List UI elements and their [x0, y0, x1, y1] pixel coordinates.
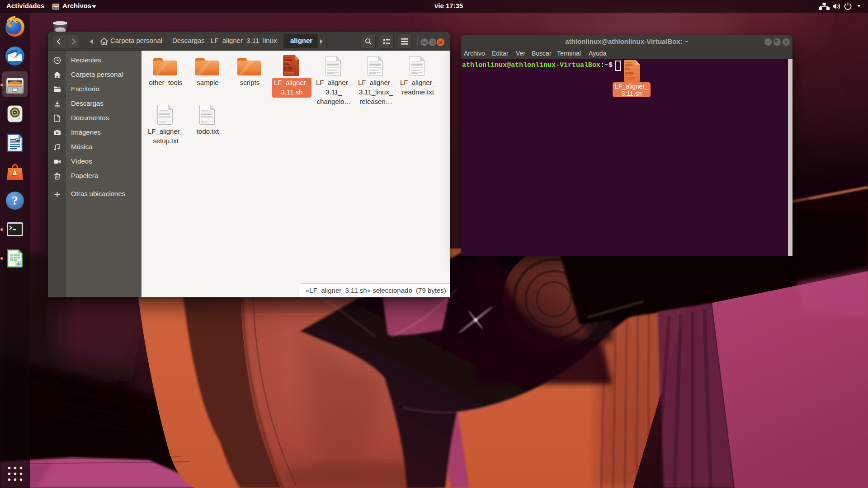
- svg-text:?: ?: [12, 193, 18, 207]
